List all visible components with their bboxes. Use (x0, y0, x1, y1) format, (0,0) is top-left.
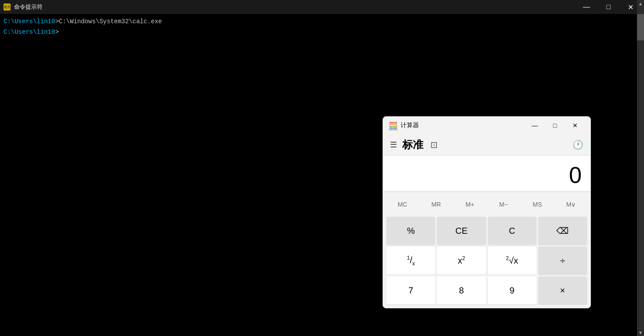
calc-display: 0 (383, 156, 590, 192)
calc-9-button[interactable]: 9 (488, 276, 537, 304)
cmd-maximize-button[interactable]: □ (598, 0, 619, 14)
calc-keep-on-top-icon[interactable]: ⊡ (430, 139, 438, 150)
cmd-path-2: C:\Users\lin10 (4, 29, 55, 36)
cmd-scrollbar[interactable]: ▲ ▼ (637, 0, 644, 336)
calc-square-button[interactable]: x2 (437, 247, 486, 275)
cmd-line-2: C:\Users\lin10> (4, 28, 640, 37)
cmd-body: C:\Users\lin10>C:\Windows\System32\calc.… (0, 14, 644, 42)
calc-titlebar: 🧮 计算器 — □ ✕ (383, 117, 590, 134)
calc-backspace-button[interactable]: ⌫ (538, 217, 587, 245)
calc-ce-button[interactable]: CE (437, 217, 486, 245)
calc-mminus-button[interactable]: M− (488, 196, 520, 213)
calc-ms-button[interactable]: MS (521, 196, 553, 213)
calc-mplus-button[interactable]: M+ (454, 196, 486, 213)
calc-menu-icon[interactable]: ☰ (390, 140, 397, 150)
calc-minimize-button[interactable]: — (525, 117, 545, 134)
calc-history-button[interactable]: 🕐 (572, 139, 583, 150)
calc-mc-button[interactable]: MC (386, 196, 419, 213)
calc-controls: — □ ✕ (525, 117, 585, 134)
calc-buttons: MC MR M+ M− MS M∨ % CE C ⌫ 1/x x2 2√x ÷ … (383, 192, 590, 308)
calc-close-button[interactable]: ✕ (565, 117, 585, 134)
cmd-command-1: C:\Windows\System32\calc.exe (59, 18, 162, 25)
calc-header: ☰ 标准 ⊡ 🕐 (383, 134, 590, 156)
calc-multiply-button[interactable]: × (538, 276, 587, 304)
calc-mode-title: 标准 (402, 138, 423, 152)
calc-7-button[interactable]: 7 (386, 276, 435, 304)
cmd-minimize-button[interactable]: — (576, 0, 597, 14)
cmd-path-1: C:\Users\lin10 (4, 18, 55, 25)
calc-button-grid: % CE C ⌫ 1/x x2 2√x ÷ 7 8 9 × (386, 217, 587, 304)
scroll-up-arrow[interactable]: ▲ (637, 0, 644, 7)
cmd-title: 命令提示符 (14, 3, 573, 11)
cmd-line-1: C:\Users\lin10>C:\Windows\System32\calc.… (4, 18, 640, 26)
calc-percent-button[interactable]: % (386, 217, 435, 245)
cmd-controls: — □ ✕ (576, 0, 640, 14)
calc-memory-row: MC MR M+ M− MS M∨ (386, 196, 587, 213)
scroll-down-arrow[interactable]: ▼ (637, 329, 644, 336)
cmd-titlebar: C:\ 命令提示符 — □ ✕ (0, 0, 644, 14)
calc-mr-button[interactable]: MR (420, 196, 452, 213)
calc-divide-button[interactable]: ÷ (538, 247, 587, 275)
calc-window: 🧮 计算器 — □ ✕ ☰ 标准 ⊡ 🕐 0 MC MR M+ M− MS M∨… (383, 116, 591, 308)
calc-app-icon: 🧮 (388, 121, 397, 130)
calc-title: 计算器 (401, 122, 521, 129)
calc-c-button[interactable]: C (488, 217, 537, 245)
calc-8-button[interactable]: 8 (437, 276, 486, 304)
calc-mv-button[interactable]: M∨ (555, 196, 587, 213)
scroll-thumb[interactable] (637, 14, 644, 40)
calc-reciprocal-button[interactable]: 1/x (386, 247, 435, 275)
cmd-icon: C:\ (4, 4, 11, 11)
calc-display-value: 0 (392, 163, 582, 188)
calc-maximize-button[interactable]: □ (545, 117, 565, 134)
calc-sqrt-button[interactable]: 2√x (488, 247, 537, 275)
